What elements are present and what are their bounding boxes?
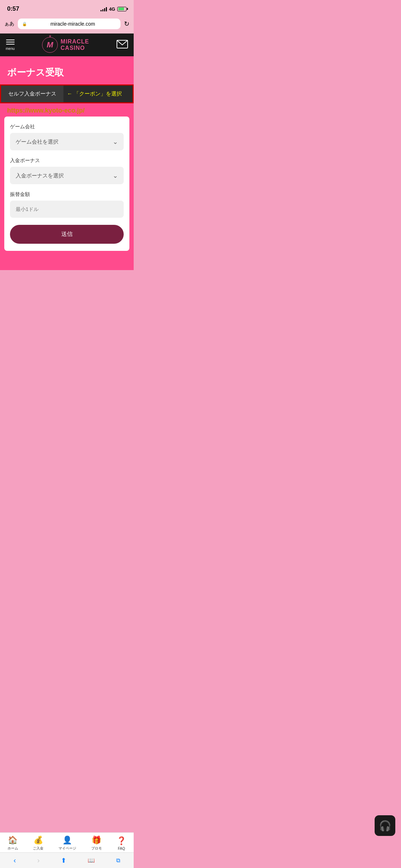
logo-letter: M [47,40,53,50]
logo-text-top: MIRACLE [61,38,89,45]
game-company-label: ゲーム会社 [10,124,124,130]
tab-instruction: ← 「クーポン」を選択 [63,86,125,102]
signal-icon [101,6,107,11]
game-company-select[interactable]: ゲーム会社を選択 [10,133,124,150]
menu-line [6,42,15,42]
status-time: 0:57 [7,5,19,12]
menu-label: menu [6,47,15,51]
form-area: ゲーム会社 ゲーム会社を選択 ⌄ 入金ボーナス 入金ボーナスを選択 ⌄ 振替金額… [4,117,129,251]
menu-button[interactable]: menu [6,40,15,51]
url-text: miracle-miracle.com [29,21,116,27]
lock-icon: 🔒 [22,22,27,26]
amount-input[interactable] [10,201,124,218]
deposit-bonus-label: 入金ボーナス [10,157,124,164]
logo: ♛ M MIRACLE CASINO [42,37,89,53]
status-icons: 4G [101,6,127,12]
amount-label: 振替金額 [10,191,124,198]
menu-line [6,40,15,40]
battery-icon [117,7,127,11]
page-title: ボーナス受取 [7,66,127,79]
menu-line [6,44,15,45]
deposit-bonus-select[interactable]: 入金ボーナスを選択 [10,167,124,184]
logo-text-bot: CASINO [61,45,89,51]
font-size-control[interactable]: ぁあ [4,21,14,27]
logo-circle: ♛ M [42,37,58,53]
main-content: ボーナス受取 セルフ入金ボーナス ← 「クーポン」を選択 https://www… [0,56,134,270]
submit-button[interactable]: 送信 [10,225,124,244]
crown-icon: ♛ [49,35,51,38]
refresh-button[interactable]: ↻ [124,20,129,28]
status-bar: 0:57 4G [0,0,134,16]
game-company-wrapper: ゲーム会社を選択 ⌄ [10,133,124,150]
tab-self-deposit[interactable]: セルフ入金ボーナス [0,84,65,103]
logo-text: MIRACLE CASINO [61,38,89,51]
nav-header: menu ♛ M MIRACLE CASINO [0,33,134,56]
mail-button[interactable] [117,40,128,50]
network-label: 4G [109,6,115,12]
watermark: https://www.kyoto-eco.jp/ [0,103,134,117]
tab-bar: セルフ入金ボーナス ← 「クーポン」を選択 [0,84,134,103]
deposit-bonus-wrapper: 入金ボーナスを選択 ⌄ [10,167,124,184]
url-bar[interactable]: 🔒 miracle-miracle.com [18,19,120,29]
page-title-area: ボーナス受取 [0,56,134,84]
browser-bar: ぁあ 🔒 miracle-miracle.com ↻ [0,16,134,33]
